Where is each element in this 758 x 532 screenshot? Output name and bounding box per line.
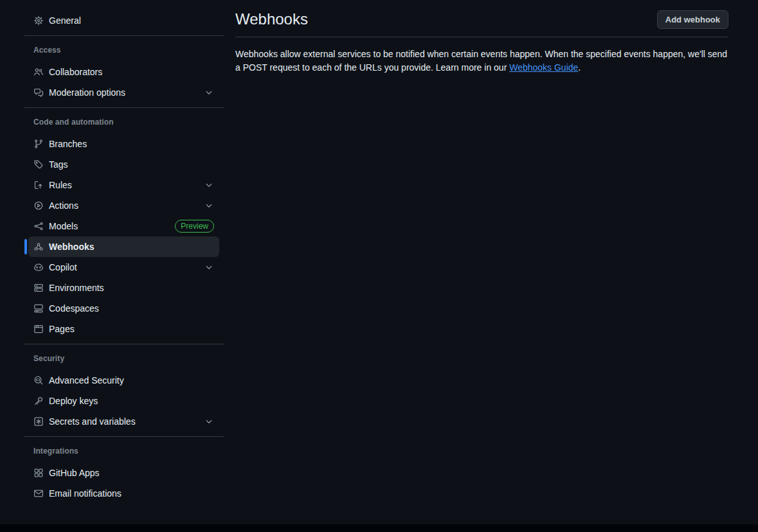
add-webhook-button[interactable]: Add webhook xyxy=(657,10,728,29)
codespaces-icon xyxy=(33,303,44,314)
page-header: Webhooks Add webhook xyxy=(235,0,728,37)
sidebar-section-header-security: Security xyxy=(24,351,224,366)
asterisk-box-icon xyxy=(33,416,44,427)
people-icon xyxy=(33,67,44,77)
chevron-down-icon xyxy=(204,262,214,272)
sidebar-item-tags[interactable]: Tags xyxy=(28,154,219,175)
sidebar-item-github-apps[interactable]: GitHub Apps xyxy=(28,463,219,483)
sidebar-item-label: Advanced Security xyxy=(49,375,124,386)
description-suffix: . xyxy=(578,62,581,73)
sidebar-section-header-access: Access xyxy=(24,42,224,58)
sidebar-item-label: Webhooks xyxy=(49,242,95,252)
rules-icon xyxy=(33,180,44,190)
page-bottom-edge xyxy=(0,524,758,532)
apps-icon xyxy=(33,468,44,478)
sidebar-item-label: Pages xyxy=(49,324,75,334)
sidebar-item-environments[interactable]: Environments xyxy=(28,278,219,298)
sidebar-item-advanced-security[interactable]: Advanced Security xyxy=(28,370,219,391)
sidebar-item-general[interactable]: General xyxy=(28,10,219,31)
sidebar-item-label: Secrets and variables xyxy=(49,416,136,427)
webhooks-description: Webhooks allow external services to be n… xyxy=(235,48,728,75)
repository-settings-page: GeneralAccessCollaboratorsModeration opt… xyxy=(0,0,758,532)
sidebar-item-branches[interactable]: Branches xyxy=(28,134,219,154)
webhook-icon xyxy=(33,242,44,252)
server-icon xyxy=(33,283,44,293)
chevron-down-icon xyxy=(204,87,214,98)
webhooks-guide-link[interactable]: Webhooks Guide xyxy=(509,62,578,73)
comment-discussion-icon xyxy=(33,87,44,98)
git-branch-icon xyxy=(33,139,44,149)
chevron-down-icon xyxy=(204,416,214,427)
chevron-down-icon xyxy=(204,200,214,211)
sidebar-item-label: Collaborators xyxy=(49,67,102,77)
sidebar-divider xyxy=(24,35,224,36)
sidebar-item-secrets-and-variables[interactable]: Secrets and variables xyxy=(28,411,219,432)
tag-icon xyxy=(33,159,44,170)
sidebar-item-moderation-options[interactable]: Moderation options xyxy=(28,82,219,103)
sidebar-divider xyxy=(24,344,224,344)
models-icon xyxy=(33,221,44,231)
sidebar-item-codespaces[interactable]: Codespaces xyxy=(28,298,219,319)
sidebar-item-deploy-keys[interactable]: Deploy keys xyxy=(28,391,219,411)
sidebar-item-label: Branches xyxy=(49,139,87,149)
sidebar-item-label: Deploy keys xyxy=(49,396,98,406)
main-content: Webhooks Add webhook Webhooks allow exte… xyxy=(235,0,728,75)
play-icon xyxy=(33,200,44,211)
sidebar-divider xyxy=(24,107,224,108)
sidebar-divider xyxy=(24,436,224,437)
sidebar-item-label: Codespaces xyxy=(49,303,99,314)
sidebar-item-label: General xyxy=(49,15,81,26)
chevron-down-icon xyxy=(204,180,214,190)
sidebar-item-collaborators[interactable]: Collaborators xyxy=(28,62,219,82)
browser-icon xyxy=(33,324,44,334)
sidebar-item-label: GitHub Apps xyxy=(49,468,100,478)
sidebar-item-label: Models xyxy=(49,221,78,231)
key-icon xyxy=(33,396,44,406)
sidebar-section-header-integrations: Integrations xyxy=(24,443,224,459)
sidebar-item-email-notifications[interactable]: Email notifications xyxy=(28,483,219,504)
copilot-icon xyxy=(33,262,44,272)
page-title: Webhooks xyxy=(235,10,308,29)
description-text: Webhooks allow external services to be n… xyxy=(235,49,727,73)
sidebar-item-copilot[interactable]: Copilot xyxy=(28,257,219,278)
sidebar-item-label: Email notifications xyxy=(49,488,122,499)
sidebar-item-pages[interactable]: Pages xyxy=(28,319,219,339)
code-scan-icon xyxy=(33,375,44,386)
settings-sidebar: GeneralAccessCollaboratorsModeration opt… xyxy=(0,0,224,504)
sidebar-item-label: Tags xyxy=(49,159,68,170)
mail-icon xyxy=(33,488,44,499)
sidebar-item-label: Rules xyxy=(49,180,72,190)
sidebar-item-label: Copilot xyxy=(49,262,77,272)
preview-badge: Preview xyxy=(175,220,214,233)
sidebar-item-label: Environments xyxy=(49,283,104,293)
sidebar-item-label: Actions xyxy=(49,200,78,211)
sidebar-item-label: Moderation options xyxy=(49,87,125,98)
sidebar-section-header-code-and-automation: Code and automation xyxy=(24,114,224,130)
sidebar-item-rules[interactable]: Rules xyxy=(28,175,219,195)
gear-icon xyxy=(33,15,44,26)
sidebar-item-actions[interactable]: Actions xyxy=(28,195,219,216)
sidebar-item-webhooks[interactable]: Webhooks xyxy=(28,236,219,257)
sidebar-item-models[interactable]: ModelsPreview xyxy=(28,216,219,236)
